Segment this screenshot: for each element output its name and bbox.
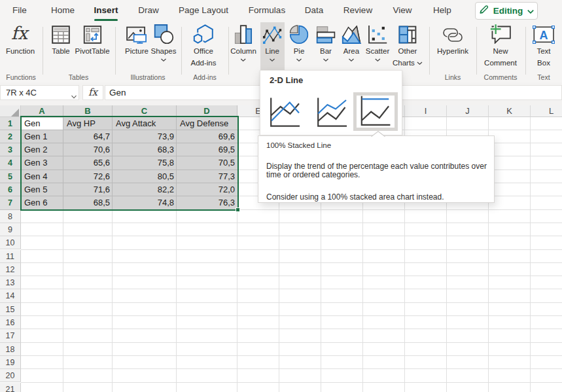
row-header-4[interactable]: 4 xyxy=(0,156,21,169)
row-header-8[interactable]: 8 xyxy=(0,210,21,223)
chevron-down-icon xyxy=(417,59,423,67)
picture-button[interactable]: Picture xyxy=(125,24,149,56)
office-addins-icon xyxy=(192,24,215,44)
row-header-6[interactable]: 6 xyxy=(0,183,21,196)
chart-type-stacked-line-100-selected[interactable] xyxy=(353,92,398,131)
row-header-12[interactable]: 12 xyxy=(0,263,21,276)
tab-home[interactable]: Home xyxy=(51,0,75,22)
tab-review[interactable]: Review xyxy=(343,0,372,22)
chevron-down-icon[interactable] xyxy=(71,90,77,102)
bar-chart-icon xyxy=(317,24,336,44)
row-header-3[interactable]: 3 xyxy=(0,143,21,156)
area-chart-icon xyxy=(342,24,362,44)
column-header-K[interactable]: K xyxy=(489,105,531,117)
text-box-icon: A xyxy=(533,24,555,44)
column-chart-icon xyxy=(234,24,252,44)
gridline-h xyxy=(21,302,562,303)
chevron-down-icon xyxy=(349,58,355,62)
text-box-button[interactable]: A TextBox xyxy=(533,24,555,67)
row-header-16[interactable]: 16 xyxy=(0,316,21,329)
tab-view[interactable]: View xyxy=(393,0,412,22)
area-button[interactable]: Area xyxy=(342,24,362,62)
row-header-13[interactable]: 13 xyxy=(0,276,21,289)
line-chart-dropdown-panel: 2-D Line xyxy=(260,70,402,135)
row-header-20[interactable]: 20 xyxy=(0,369,21,382)
tab-formulas[interactable]: Formulas xyxy=(249,0,285,22)
office-addins-label: Office xyxy=(194,46,213,56)
office-addins-button[interactable]: OfficeAdd-ins xyxy=(191,24,217,67)
gridline-h xyxy=(21,382,562,383)
table-button[interactable]: Table xyxy=(52,24,70,56)
row-header-9[interactable]: 9 xyxy=(0,223,21,236)
gridline-h xyxy=(21,262,562,263)
editing-mode-button[interactable]: Editing xyxy=(475,2,538,20)
column-header-L[interactable]: L xyxy=(531,105,562,117)
column-button[interactable]: Column xyxy=(230,24,256,62)
hyperlink-icon xyxy=(442,24,463,44)
row-header-5[interactable]: 5 xyxy=(0,170,21,183)
gridline-v xyxy=(530,117,531,392)
row-header-2[interactable]: 2 xyxy=(0,130,21,143)
other-charts-button[interactable]: OtherCharts xyxy=(393,24,423,67)
pie-button[interactable]: Pie xyxy=(290,24,309,62)
column-header-D[interactable]: D xyxy=(177,105,237,117)
chart-type-tooltip: 100% Stacked Line Display the trend of t… xyxy=(258,135,495,203)
table-icon xyxy=(52,24,70,44)
row-header-10[interactable]: 10 xyxy=(0,236,21,249)
tab-file[interactable]: File xyxy=(12,0,27,22)
column-header-I[interactable]: I xyxy=(405,105,447,117)
function-fx-icon: fx xyxy=(9,24,32,44)
column-header-A[interactable]: A xyxy=(21,105,63,117)
tooltip-notch xyxy=(371,131,385,137)
tooltip-note: Consider using a 100% stacked area chart… xyxy=(266,192,444,202)
row-header-18[interactable]: 18 xyxy=(0,343,21,356)
row-header-11[interactable]: 11 xyxy=(0,250,21,263)
tooltip-description: Display the trend of the percentage each… xyxy=(266,162,487,180)
pivottable-button[interactable]: PivotTable xyxy=(75,24,109,56)
gridline-h xyxy=(21,249,562,250)
select-all-triangle-icon xyxy=(11,109,19,116)
insert-function-button[interactable]: fx xyxy=(82,85,103,100)
selection-fill-handle[interactable] xyxy=(236,207,240,212)
bar-label: Bar xyxy=(320,46,332,56)
tab-help[interactable]: Help xyxy=(433,0,451,22)
gridline-h xyxy=(21,355,562,356)
scatter-chart-icon xyxy=(368,24,387,44)
row-header-21[interactable]: 21 xyxy=(0,383,21,392)
row-header-14[interactable]: 14 xyxy=(0,289,21,302)
tab-page-layout[interactable]: Page Layout xyxy=(179,0,228,22)
row-header-7[interactable]: 7 xyxy=(0,196,21,209)
chevron-down-icon xyxy=(375,58,381,62)
row-header-19[interactable]: 19 xyxy=(0,356,21,369)
gridline-h xyxy=(21,368,562,369)
row-header-15[interactable]: 15 xyxy=(0,303,21,316)
chevron-down-icon xyxy=(296,58,302,62)
function-label: Function xyxy=(6,46,35,56)
tab-data[interactable]: Data xyxy=(305,0,324,22)
tab-draw[interactable]: Draw xyxy=(138,0,159,22)
new-comment-button[interactable]: NewComment xyxy=(484,24,517,67)
group-label-tables: Tables xyxy=(69,73,88,81)
name-box[interactable]: 7R x 4C xyxy=(0,85,79,100)
line-chart-icon xyxy=(263,24,282,44)
hyperlink-button[interactable]: Hyperlink xyxy=(437,24,468,56)
row-header-17[interactable]: 17 xyxy=(0,329,21,342)
gridline-h xyxy=(21,342,562,343)
shapes-button[interactable]: Shapes xyxy=(150,24,176,62)
chart-type-stacked-line[interactable] xyxy=(317,97,347,130)
column-header-B[interactable]: B xyxy=(63,105,113,117)
new-comment-label: New xyxy=(493,46,508,56)
scatter-button[interactable]: Scatter xyxy=(366,24,389,62)
column-header-J[interactable]: J xyxy=(447,105,489,117)
line-button[interactable]: Line xyxy=(263,24,282,62)
chart-type-line-2d[interactable] xyxy=(270,97,300,130)
bar-button[interactable]: Bar xyxy=(317,24,336,62)
row-header-1[interactable]: 1 xyxy=(0,117,21,130)
gridline-h xyxy=(21,329,562,329)
group-separator xyxy=(429,27,430,75)
new-comment-icon xyxy=(489,24,512,44)
column-header-C[interactable]: C xyxy=(113,105,177,117)
formula-value: Gen xyxy=(109,86,126,99)
function-button[interactable]: fxFunction xyxy=(6,24,35,56)
chevron-down-icon xyxy=(270,58,275,62)
